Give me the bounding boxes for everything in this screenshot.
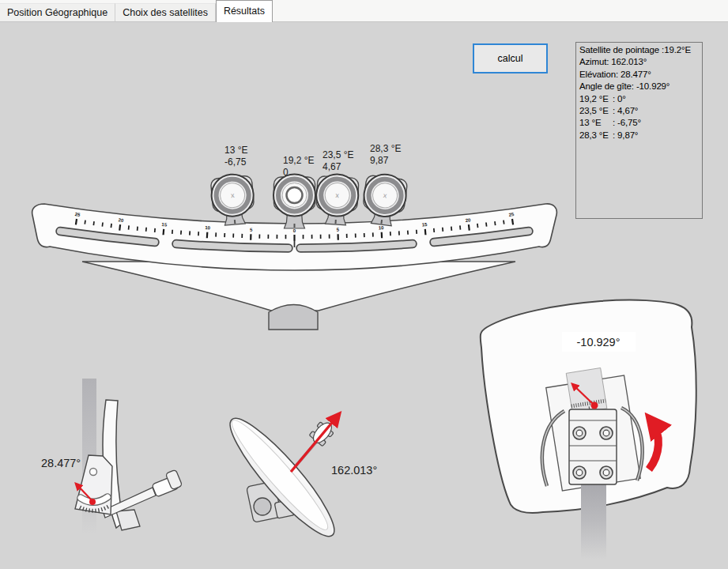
bracket-pole xyxy=(269,305,318,330)
sat-name: 28,3 °E xyxy=(579,130,613,141)
scale-number: 15 xyxy=(422,222,428,228)
tilt-angle-label: -10.929° xyxy=(577,336,620,349)
result-sat-row: 13 °E: -6,75° xyxy=(579,117,702,129)
lnb-name-label: 13 °E xyxy=(224,145,247,156)
scale-number: 10 xyxy=(205,225,211,230)
sat-name: 23,5 °E xyxy=(579,105,613,117)
elevation-lnb-head xyxy=(152,469,183,497)
result-sat-row: 19,2 °E: 0° xyxy=(579,93,702,105)
sat-name: 13 °E xyxy=(579,117,613,129)
tilt-diagram: -10.929° xyxy=(481,300,696,560)
results-panel: Satellite de pointage :19.2°E Azimut: 16… xyxy=(575,42,703,219)
lnb-heads: x13 °E-6,7519,2 °E0x23,5 °E4,67x28,3 °E9… xyxy=(209,143,408,228)
sat-offset: : -6,75° xyxy=(613,118,641,127)
tab-resultats[interactable]: Résultats xyxy=(216,0,273,22)
scale-number: 15 xyxy=(161,222,168,228)
lnb-name-label: 28,3 °E xyxy=(370,143,402,154)
elevation-mount-hole xyxy=(90,469,97,476)
sat-offset: : 0° xyxy=(613,94,626,104)
lnb-bracket-diagram: 2520151050510152025 x13 °E-6,7519,2 °E0x… xyxy=(32,143,557,330)
result-angle-gite: Angle de gîte: -10.929° xyxy=(579,81,702,92)
lnb-offset-label: 0 xyxy=(283,167,289,178)
sat-offset: : 9,87° xyxy=(613,130,638,140)
azimuth-angle-label: 162.013° xyxy=(331,464,377,477)
lnb-offset-label: 4,67 xyxy=(323,161,341,172)
lnb-offset-label: 9,87 xyxy=(370,155,389,166)
lnb-name-label: 19,2 °E xyxy=(283,155,315,166)
result-sat-row: 28,3 °E: 9,87° xyxy=(579,130,702,141)
azimuth-diagram: 162.013° xyxy=(219,408,377,546)
elevation-angle-label: 28.477° xyxy=(41,457,81,469)
tab-choix-des-satellites[interactable]: Choix des satellites xyxy=(115,3,216,21)
scale-number: 10 xyxy=(379,225,385,230)
tab-position-geographique[interactable]: Position Géographique xyxy=(0,3,115,21)
sat-name: 19,2 °E xyxy=(579,93,613,105)
tab-bar: Position Géographique Choix des satellit… xyxy=(0,0,728,22)
lnb-head: x xyxy=(209,172,255,226)
result-azimut: Azimut: 162.013° xyxy=(579,56,702,68)
lnb-name-label: 23,5 °E xyxy=(323,149,354,160)
elevation-foot xyxy=(116,510,140,530)
lnb-offset-label: -6,75 xyxy=(224,156,247,168)
result-sat-row: 23,5 °E: 4,67° xyxy=(579,105,702,117)
elevation-diagram: 28.477° xyxy=(41,379,183,533)
calcul-button[interactable]: calcul xyxy=(473,43,548,73)
app-window: { "window": { "background": "#d4d4d4" },… xyxy=(0,0,728,569)
result-pointing-satellite: Satellite de pointage :19.2°E xyxy=(579,44,702,56)
sat-offset: : 4,67° xyxy=(613,106,638,115)
result-elevation: Elévation: 28.477° xyxy=(579,69,702,81)
lnb-head: x xyxy=(315,173,360,226)
lnb-head xyxy=(273,175,315,229)
lnb-head: x xyxy=(360,172,409,228)
